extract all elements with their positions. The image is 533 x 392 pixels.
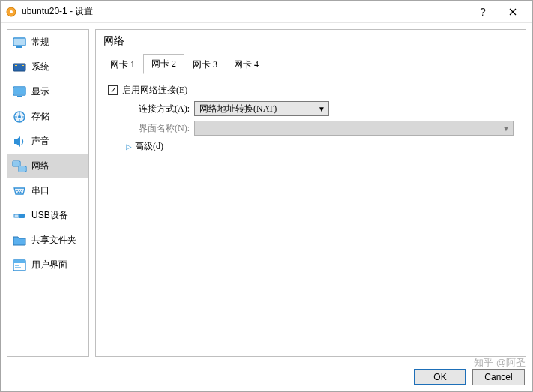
sidebar: 常规 系统 显示 存储 声音 bbox=[7, 29, 89, 357]
sidebar-item-label: 存储 bbox=[31, 110, 49, 123]
svg-rect-7 bbox=[15, 67, 17, 67]
svg-rect-16 bbox=[13, 162, 19, 166]
window-title: ubuntu20-1 - 设置 bbox=[22, 5, 93, 18]
sidebar-item-display[interactable]: 显示 bbox=[7, 79, 88, 104]
sidebar-item-audio[interactable]: 声音 bbox=[7, 129, 88, 154]
sidebar-item-shared[interactable]: 共享文件夹 bbox=[7, 228, 88, 253]
close-icon bbox=[509, 8, 517, 16]
sidebar-item-ui[interactable]: 用户界面 bbox=[7, 253, 88, 277]
attached-to-dropdown[interactable]: 网络地址转换(NAT) ▼ bbox=[194, 101, 329, 116]
general-icon bbox=[12, 35, 27, 50]
svg-rect-4 bbox=[16, 46, 22, 48]
sidebar-item-label: 共享文件夹 bbox=[31, 234, 76, 247]
svg-rect-12 bbox=[17, 96, 22, 97]
chevron-down-icon: ▼ bbox=[315, 102, 328, 115]
display-icon bbox=[12, 85, 27, 100]
svg-rect-6 bbox=[15, 65, 17, 66]
interface-name-label: 界面名称(N): bbox=[126, 122, 190, 135]
enable-adapter-checkbox[interactable]: ✓ bbox=[108, 85, 118, 95]
sidebar-item-label: 系统 bbox=[31, 61, 49, 73]
tab-adapter-3[interactable]: 网卡 3 bbox=[184, 55, 226, 74]
svg-rect-25 bbox=[19, 214, 25, 218]
close-button[interactable] bbox=[498, 1, 528, 22]
interface-name-row: 界面名称(N): ▼ bbox=[108, 121, 514, 136]
sidebar-item-system[interactable]: 系统 bbox=[7, 55, 88, 79]
dialog-footer: OK Cancel bbox=[1, 363, 532, 391]
sidebar-item-label: 声音 bbox=[31, 135, 49, 148]
sidebar-item-label: USB设备 bbox=[31, 209, 68, 222]
sidebar-item-usb[interactable]: USB设备 bbox=[7, 203, 88, 228]
sidebar-item-label: 常规 bbox=[31, 36, 49, 49]
adapter-tabs: 网卡 1 网卡 2 网卡 3 网卡 4 bbox=[102, 54, 520, 73]
network-icon bbox=[12, 159, 27, 174]
svg-point-20 bbox=[19, 190, 20, 191]
svg-point-14 bbox=[18, 115, 21, 118]
svg-rect-29 bbox=[15, 267, 21, 268]
attached-to-value: 网络地址转换(NAT) bbox=[195, 103, 315, 115]
folder-icon bbox=[12, 233, 27, 248]
storage-icon bbox=[12, 109, 27, 124]
attached-to-label: 连接方式(A): bbox=[126, 103, 190, 115]
adapter-panel: ✓ 启用网络连接(E) 连接方式(A): 网络地址转换(NAT) ▼ 界面名称(… bbox=[96, 73, 526, 159]
sidebar-item-label: 串口 bbox=[31, 184, 49, 197]
usb-icon bbox=[12, 208, 27, 223]
tab-adapter-1[interactable]: 网卡 1 bbox=[102, 55, 143, 74]
svg-rect-3 bbox=[14, 39, 25, 45]
tab-adapter-4[interactable]: 网卡 4 bbox=[226, 55, 267, 74]
ui-icon bbox=[12, 258, 27, 273]
section-title: 网络 bbox=[96, 30, 526, 54]
tab-adapter-2[interactable]: 网卡 2 bbox=[143, 54, 184, 74]
svg-point-22 bbox=[18, 191, 19, 193]
svg-rect-18 bbox=[19, 167, 25, 171]
enable-adapter-row: ✓ 启用网络连接(E) bbox=[108, 84, 514, 97]
expand-icon: ▷ bbox=[126, 142, 132, 151]
svg-rect-27 bbox=[13, 260, 25, 263]
sidebar-item-label: 显示 bbox=[31, 85, 49, 98]
settings-window: ubuntu20-1 - 设置 ? 常规 系统 显示 bbox=[0, 0, 533, 392]
svg-rect-11 bbox=[14, 88, 25, 94]
svg-rect-8 bbox=[22, 65, 24, 66]
sidebar-item-serial[interactable]: 串口 bbox=[7, 178, 88, 203]
audio-icon bbox=[12, 134, 27, 149]
titlebar: ubuntu20-1 - 设置 ? bbox=[1, 1, 532, 23]
svg-point-23 bbox=[20, 191, 22, 193]
sidebar-item-storage[interactable]: 存储 bbox=[7, 104, 88, 129]
svg-point-19 bbox=[16, 190, 18, 191]
sidebar-item-label: 网络 bbox=[31, 160, 49, 172]
svg-point-1 bbox=[10, 10, 13, 13]
interface-name-dropdown: ▼ bbox=[194, 121, 514, 136]
help-button[interactable]: ? bbox=[468, 1, 498, 22]
advanced-label: 高级(d) bbox=[135, 140, 163, 153]
attached-to-row: 连接方式(A): 网络地址转换(NAT) ▼ bbox=[108, 101, 514, 116]
cancel-button[interactable]: Cancel bbox=[472, 369, 525, 385]
serial-icon bbox=[12, 184, 27, 199]
app-icon bbox=[5, 6, 17, 18]
sidebar-item-label: 用户界面 bbox=[31, 259, 67, 271]
svg-rect-9 bbox=[22, 67, 24, 67]
ok-button[interactable]: OK bbox=[414, 369, 466, 385]
svg-point-21 bbox=[21, 190, 22, 191]
body: 常规 系统 显示 存储 声音 bbox=[1, 23, 532, 391]
enable-adapter-label: 启用网络连接(E) bbox=[122, 84, 187, 97]
svg-rect-28 bbox=[15, 265, 19, 266]
advanced-toggle[interactable]: ▷ 高级(d) bbox=[108, 140, 514, 153]
chevron-down-icon: ▼ bbox=[499, 121, 513, 135]
main-panel: 网络 网卡 1 网卡 2 网卡 3 网卡 4 ✓ 启用网络连接(E) 连接方式(… bbox=[95, 29, 526, 357]
system-icon bbox=[12, 60, 27, 75]
sidebar-item-network[interactable]: 网络 bbox=[7, 154, 88, 178]
svg-rect-24 bbox=[14, 214, 19, 217]
sidebar-item-general[interactable]: 常规 bbox=[7, 30, 88, 55]
